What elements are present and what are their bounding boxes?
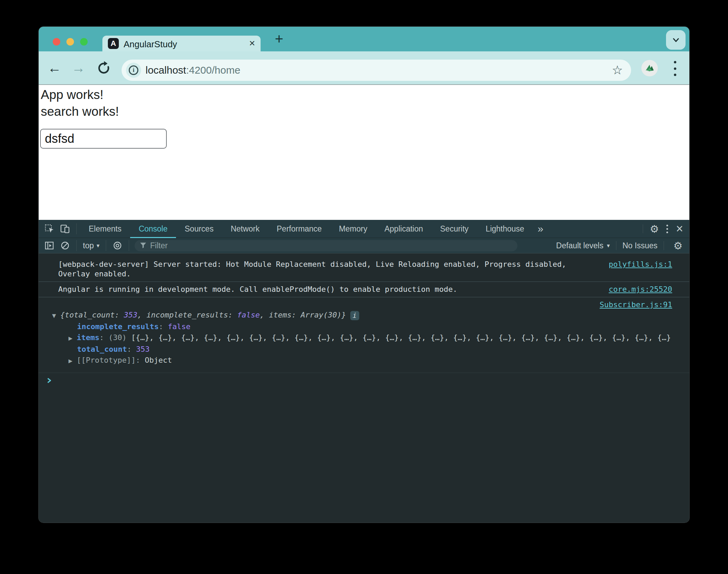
devtools-settings-button[interactable]: ⚙ bbox=[647, 221, 662, 236]
console-prompt[interactable] bbox=[39, 373, 689, 386]
devtools-tab-console[interactable]: Console bbox=[130, 220, 176, 238]
filter-funnel-icon bbox=[139, 242, 147, 249]
devtools-close-button[interactable]: × bbox=[673, 222, 689, 236]
devtools-menu-button[interactable] bbox=[662, 225, 673, 233]
prompt-chevron-icon bbox=[46, 377, 52, 384]
console-log-area: [webpack-dev-server] Server started: Hot… bbox=[39, 253, 689, 523]
tab-title: AngularStudy bbox=[124, 39, 177, 50]
log-levels-selector[interactable]: Default levels ▾ bbox=[556, 241, 610, 250]
profile-avatar[interactable] bbox=[641, 60, 658, 76]
devtools-tab-elements[interactable]: Elements bbox=[80, 220, 130, 238]
device-toolbar-icon bbox=[60, 223, 71, 234]
divider bbox=[643, 224, 643, 233]
clear-console-icon bbox=[60, 240, 70, 251]
devtools-panel: Elements Console Sources Network Perform… bbox=[39, 220, 689, 523]
url-bar[interactable]: i localhost:4200/home ☆ bbox=[122, 60, 631, 81]
divider bbox=[76, 223, 77, 234]
more-tabs-button[interactable]: » bbox=[533, 223, 548, 235]
tab-close-icon[interactable]: × bbox=[249, 37, 255, 49]
browser-menu-button[interactable] bbox=[673, 61, 677, 76]
gear-icon: ⚙ bbox=[674, 240, 683, 252]
angular-favicon-icon: A bbox=[108, 38, 119, 49]
search-works-text: search works! bbox=[41, 104, 119, 119]
back-button[interactable]: ← bbox=[46, 60, 63, 76]
reload-button[interactable] bbox=[96, 61, 111, 77]
devtools-tab-application[interactable]: Application bbox=[376, 220, 432, 238]
filter-input[interactable] bbox=[150, 241, 459, 250]
log-message: Angular is running in development mode. … bbox=[58, 285, 582, 294]
new-tab-button[interactable]: + bbox=[270, 30, 288, 48]
close-window-button[interactable] bbox=[53, 38, 60, 46]
frame-context-selector[interactable]: top ▾ bbox=[80, 241, 102, 250]
devtools-tab-performance[interactable]: Performance bbox=[268, 220, 330, 238]
object-property-row: total_count: 353 bbox=[39, 344, 672, 355]
tab-search-button[interactable] bbox=[666, 30, 686, 50]
site-info-button[interactable]: i bbox=[126, 63, 141, 78]
page-content: App works! search works! bbox=[39, 85, 689, 220]
sidebar-toggle-icon bbox=[44, 240, 54, 251]
console-entry: Subscriber.js:91 ▼{total_count: 353, inc… bbox=[39, 297, 689, 370]
url-text: localhost:4200/home bbox=[146, 64, 240, 76]
info-icon: i bbox=[129, 65, 138, 75]
object-preview-row[interactable]: ▼{total_count: 353, incomplete_results: … bbox=[39, 310, 672, 321]
console-filter[interactable] bbox=[135, 240, 517, 251]
divider bbox=[76, 240, 77, 251]
triangle-right-icon[interactable]: ▶ bbox=[68, 333, 77, 344]
triangle-right-icon[interactable]: ▶ bbox=[68, 355, 77, 366]
reload-icon bbox=[96, 61, 111, 76]
live-expression-button[interactable] bbox=[110, 238, 125, 253]
source-link[interactable]: polyfills.js:1 bbox=[609, 260, 672, 269]
issues-counter[interactable]: No Issues bbox=[623, 241, 657, 250]
console-entry: [webpack-dev-server] Server started: Hot… bbox=[39, 253, 689, 282]
browser-toolbar: ← → i localhost:4200/home ☆ bbox=[39, 51, 689, 85]
source-link[interactable]: core.mjs:25520 bbox=[609, 285, 672, 294]
maximize-window-button[interactable] bbox=[80, 38, 88, 46]
minimize-window-button[interactable] bbox=[66, 38, 74, 46]
devtools-tabbar: Elements Console Sources Network Perform… bbox=[39, 220, 689, 238]
gear-icon: ⚙ bbox=[650, 223, 659, 235]
eye-icon bbox=[112, 240, 123, 251]
bookmark-star-icon[interactable]: ☆ bbox=[612, 63, 623, 77]
object-prototype-row[interactable]: ▶[[Prototype]]: Object bbox=[39, 355, 672, 366]
object-property-row[interactable]: ▶items: (30) [{…}, {…}, {…}, {…}, {…}, {… bbox=[39, 332, 672, 344]
console-settings-button[interactable]: ⚙ bbox=[670, 238, 686, 253]
chevron-down-icon: ▾ bbox=[607, 242, 610, 249]
device-toolbar-button[interactable] bbox=[57, 221, 73, 236]
divider bbox=[616, 241, 616, 250]
app-works-text: App works! bbox=[41, 88, 103, 102]
divider bbox=[664, 241, 664, 250]
clear-console-button[interactable] bbox=[57, 238, 73, 253]
chevron-down-icon: ▾ bbox=[97, 242, 100, 249]
browser-window: A AngularStudy × + ← → i localhost:4200/… bbox=[39, 27, 689, 523]
forward-button[interactable]: → bbox=[70, 60, 87, 76]
console-sidebar-button[interactable] bbox=[41, 238, 57, 253]
divider bbox=[106, 240, 106, 251]
chevron-down-icon bbox=[671, 37, 680, 43]
search-input[interactable] bbox=[40, 129, 167, 149]
triangle-down-icon[interactable]: ▼ bbox=[52, 310, 60, 321]
object-property-row: incomplete_results: false bbox=[39, 321, 672, 332]
log-message: [webpack-dev-server] Server started: Hot… bbox=[58, 260, 582, 279]
devtools-tab-lighthouse[interactable]: Lighthouse bbox=[477, 220, 533, 238]
profile-image bbox=[644, 62, 655, 74]
console-entry: Angular is running in development mode. … bbox=[39, 282, 689, 297]
devtools-tab-memory[interactable]: Memory bbox=[330, 220, 376, 238]
divider bbox=[129, 240, 129, 251]
source-link[interactable]: Subscriber.js:91 bbox=[600, 300, 672, 310]
titlebar: A AngularStudy × + bbox=[39, 27, 689, 51]
devtools-tab-sources[interactable]: Sources bbox=[176, 220, 222, 238]
inspect-cursor-icon bbox=[44, 223, 55, 234]
console-toolbar: top ▾ Default levels ▾ bbox=[39, 238, 689, 253]
devtools-tab-network[interactable]: Network bbox=[222, 220, 268, 238]
browser-tab[interactable]: A AngularStudy × bbox=[102, 36, 261, 51]
info-badge-icon[interactable]: i bbox=[350, 311, 359, 320]
devtools-tab-security[interactable]: Security bbox=[431, 220, 477, 238]
inspect-element-button[interactable] bbox=[41, 221, 57, 236]
